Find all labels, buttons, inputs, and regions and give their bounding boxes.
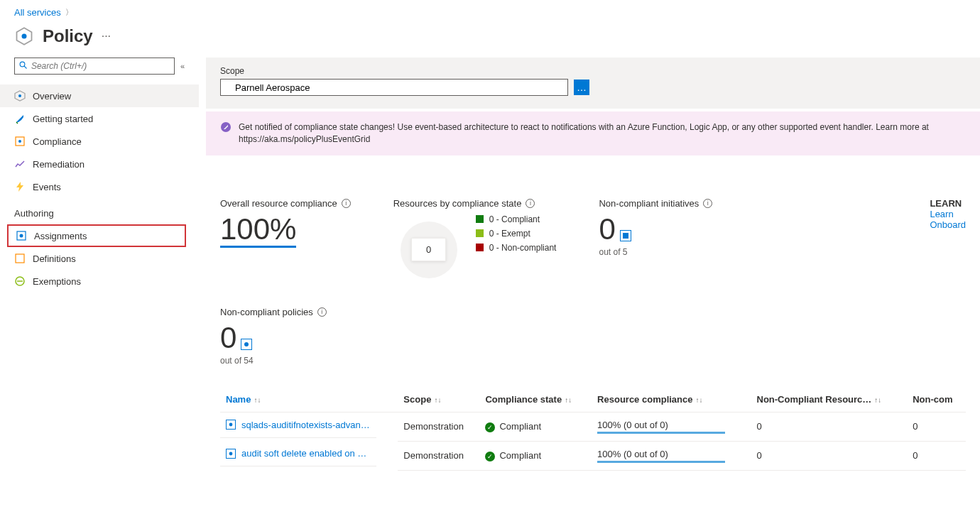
svg-point-1: [22, 34, 27, 39]
check-icon: ✓: [485, 422, 495, 432]
breadcrumb: All services 〉: [0, 0, 980, 21]
collapse-icon[interactable]: «: [180, 62, 185, 70]
th-resource-compliance[interactable]: Resource compliance↑↓: [592, 387, 751, 413]
legend-color-icon: [476, 244, 484, 251]
sidebar-item-definitions[interactable]: Definitions: [0, 247, 199, 270]
policies-sub: out of 54: [220, 356, 966, 366]
resources-by-state-card: Resources by compliance state i 0 0 - Co…: [393, 198, 557, 285]
sidebar-item-assignments[interactable]: Assignments: [7, 224, 186, 247]
legend-label: 0 - Compliant: [489, 214, 540, 224]
policy-icon: [241, 339, 252, 350]
noncompliant-initiatives-card: Non-compliant initiatives i 0 out of 5: [599, 198, 712, 285]
svg-point-18: [229, 452, 233, 455]
row-name-link[interactable]: sqlads-auditifnotexists-advan…: [241, 420, 370, 430]
sidebar-item-remediation[interactable]: Remediation: [0, 153, 199, 175]
svg-point-17: [229, 423, 233, 427]
sidebar-item-label: Overview: [33, 91, 71, 102]
chevron-right-icon: 〉: [65, 7, 73, 18]
table-row[interactable]: audit soft delete enabled on … Demonstra…: [220, 441, 966, 470]
nav-section-authoring: Authoring: [0, 198, 199, 224]
legend-exempt: 0 - Exempt: [476, 229, 557, 239]
sidebar: « Overview Getting started Compliance Re…: [0, 58, 206, 471]
notification-banner: Get notified of compliance state changes…: [206, 111, 980, 155]
cell-ncp: 0: [907, 441, 966, 470]
cell-state: ✓Compliant: [479, 441, 592, 470]
compliance-icon: [14, 136, 26, 147]
assignments-icon: [16, 230, 27, 241]
th-noncompliant-resources[interactable]: Non-Compliant Resourc…↑↓: [751, 387, 908, 413]
table-row[interactable]: sqlads-auditifnotexists-advan… Demonstra…: [220, 412, 966, 441]
sidebar-item-label: Assignments: [34, 231, 87, 241]
th-name[interactable]: Name↑↓: [220, 387, 398, 413]
th-scope[interactable]: Scope↑↓: [398, 387, 479, 413]
sidebar-item-label: Getting started: [33, 114, 93, 124]
cell-resource: 100% (0 out of 0): [592, 441, 751, 470]
sidebar-item-exemptions[interactable]: Exemptions: [0, 270, 199, 293]
search-input[interactable]: [14, 58, 175, 75]
info-icon[interactable]: i: [526, 199, 535, 208]
initiatives-value: 0: [599, 214, 615, 244]
onboard-link[interactable]: Onboard: [930, 219, 966, 230]
sidebar-item-getting-started[interactable]: Getting started: [0, 107, 199, 130]
donut-chart: 0: [393, 214, 464, 285]
legend-noncompliant: 0 - Non-compliant: [476, 243, 557, 253]
cell-resource: 100% (0 out of 0): [592, 412, 751, 441]
rocket-circle-icon: [220, 121, 232, 133]
sidebar-item-label: Remediation: [33, 159, 85, 170]
more-icon[interactable]: ···: [102, 30, 111, 43]
info-icon[interactable]: i: [703, 199, 712, 208]
legend-color-icon: [476, 215, 484, 223]
card-title: Non-compliant initiatives: [599, 198, 699, 209]
check-icon: ✓: [485, 452, 495, 461]
breadcrumb-all-services[interactable]: All services: [14, 7, 61, 18]
legend-label: 0 - Non-compliant: [489, 243, 557, 253]
cell-ncr: 0: [751, 441, 908, 470]
cell-ncr: 0: [751, 412, 908, 441]
card-title: Non-compliant policies: [220, 307, 313, 317]
svg-rect-10: [16, 254, 24, 263]
card-title: Resources by compliance state: [393, 198, 522, 209]
initiatives-sub: out of 5: [599, 247, 712, 257]
scope-picker-button[interactable]: …: [574, 80, 589, 95]
overall-compliance-card: Overall resource compliance i 100%: [220, 198, 351, 285]
info-icon[interactable]: i: [317, 307, 327, 317]
svg-point-5: [18, 94, 21, 97]
overall-compliance-value: 100%: [220, 214, 296, 248]
th-noncompliant[interactable]: Non-com: [907, 387, 966, 413]
page-header: Policy ···: [0, 21, 980, 58]
rocket-icon: [14, 113, 26, 124]
sidebar-item-label: Definitions: [33, 253, 76, 264]
sidebar-item-overview[interactable]: Overview: [0, 84, 199, 107]
svg-point-16: [244, 342, 249, 346]
policy-item-icon: [226, 420, 236, 430]
sidebar-item-events[interactable]: Events: [0, 175, 199, 198]
learn-link[interactable]: Learn: [930, 209, 953, 219]
initiative-icon: [620, 230, 631, 241]
policy-service-icon: [14, 26, 34, 46]
compliance-table: Name↑↓ Scope↑↓ Compliance state↑↓ Resour…: [220, 387, 966, 471]
search-field[interactable]: [31, 61, 170, 71]
svg-point-7: [18, 140, 21, 143]
overview-icon: [14, 90, 26, 102]
svg-rect-15: [623, 233, 628, 239]
info-icon[interactable]: i: [342, 199, 351, 208]
notification-text: Get notified of compliance state changes…: [239, 121, 966, 146]
lightning-icon: [14, 181, 26, 192]
definitions-icon: [14, 253, 26, 264]
cell-state: ✓Compliant: [479, 412, 592, 441]
sidebar-item-label: Events: [33, 182, 61, 192]
sidebar-item-compliance[interactable]: Compliance: [0, 130, 199, 153]
card-title: Overall resource compliance: [220, 198, 337, 209]
cell-ncp: 0: [907, 412, 966, 441]
cell-scope: Demonstration: [398, 412, 479, 441]
legend-label: 0 - Exempt: [489, 229, 530, 239]
th-compliance-state[interactable]: Compliance state↑↓: [479, 387, 592, 413]
remediation-icon: [14, 158, 26, 170]
policy-item-icon: [226, 449, 236, 459]
svg-point-2: [20, 62, 25, 67]
legend-compliant: 0 - Compliant: [476, 214, 557, 224]
row-name-link[interactable]: audit soft delete enabled on …: [241, 448, 366, 459]
scope-input[interactable]: [220, 79, 568, 96]
learn-card: LEARN Learn Onboard: [930, 198, 966, 285]
search-icon: [19, 61, 28, 71]
